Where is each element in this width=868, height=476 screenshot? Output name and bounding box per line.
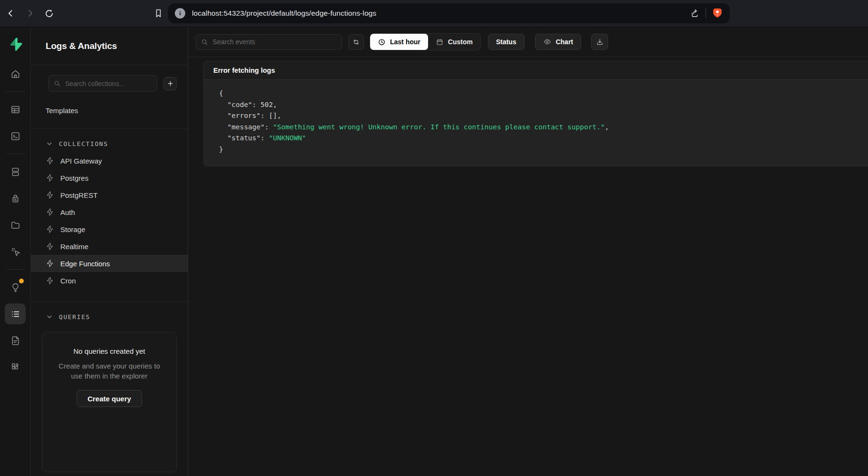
chart-toggle-button[interactable]: Chart <box>535 34 582 50</box>
advisors-lightbulb-icon <box>10 282 21 293</box>
browser-reload-button[interactable] <box>41 5 57 21</box>
storage-folder-icon <box>10 220 21 231</box>
status-filter-button[interactable]: Status <box>488 34 525 50</box>
events-search[interactable] <box>196 34 342 50</box>
zap-icon <box>46 259 54 268</box>
code-line: "message": "Something went wrong! Unknow… <box>219 122 868 133</box>
calendar-icon <box>436 38 444 46</box>
logs-list-icon <box>10 309 21 320</box>
address-bar[interactable]: i localhost:54323/project/default/logs/e… <box>168 3 730 23</box>
collection-item-cron[interactable]: Cron <box>31 272 188 289</box>
collections-search-input[interactable] <box>65 80 152 87</box>
toolbar-separator <box>706 8 706 19</box>
nav-integrations[interactable] <box>5 357 26 378</box>
collections-search-row <box>48 75 177 92</box>
bookmark-sidebar-button[interactable] <box>150 5 166 21</box>
refresh-button[interactable] <box>348 34 364 50</box>
navigation-rail <box>0 27 31 476</box>
code-line: { <box>219 88 868 99</box>
logs-sidebar-panel: Logs & Analytics Templates COLLECTIONS <box>31 27 188 476</box>
create-query-button[interactable]: Create query <box>76 390 142 407</box>
browser-toolbar: i localhost:54323/project/default/logs/e… <box>0 0 868 27</box>
reports-file-icon <box>10 335 21 346</box>
add-collection-button[interactable] <box>163 77 177 90</box>
home-icon <box>10 68 21 79</box>
nav-authentication[interactable] <box>5 188 26 209</box>
last-hour-label: Last hour <box>390 38 420 46</box>
code-line: } <box>219 144 868 155</box>
error-title: Error fetching logs <box>213 67 275 74</box>
collection-item-realtime[interactable]: Realtime <box>31 238 188 255</box>
browser-back-button[interactable] <box>3 5 19 21</box>
supabase-logo[interactable] <box>5 34 26 55</box>
zap-icon <box>46 191 54 199</box>
templates-label: Templates <box>46 107 78 115</box>
error-panel-header: Error fetching logs <box>204 61 868 80</box>
collection-item-api-gateway[interactable]: API Gateway <box>31 152 188 169</box>
rail-divider <box>6 154 25 154</box>
eye-icon <box>543 38 552 46</box>
nav-logs[interactable] <box>5 303 26 324</box>
custom-label: Custom <box>448 38 473 46</box>
status-label: Status <box>496 38 516 46</box>
error-json-block: { "code": 502, "errors": [], "message": … <box>204 80 868 166</box>
nav-realtime[interactable] <box>5 241 26 262</box>
nav-home[interactable] <box>5 63 26 84</box>
queries-empty-state: No queries created yet Create and save y… <box>42 332 177 472</box>
rail-divider <box>6 91 25 92</box>
share-icon[interactable] <box>689 8 700 19</box>
panel-header: Logs & Analytics <box>31 27 188 65</box>
download-button[interactable] <box>591 34 608 50</box>
forward-arrow-icon <box>25 9 35 18</box>
url-text[interactable]: localhost:54323/project/default/logs/edg… <box>192 9 689 18</box>
download-icon <box>596 38 604 46</box>
zap-icon <box>46 174 54 182</box>
templates-menu-item[interactable]: Templates <box>31 102 188 118</box>
bookmark-icon <box>154 8 163 19</box>
logs-toolbar: Last hour Custom Status Chart <box>188 27 868 57</box>
search-icon <box>54 79 61 87</box>
browser-forward-button[interactable] <box>22 5 38 21</box>
queries-section-toggle[interactable]: QUERIES <box>31 302 188 325</box>
database-icon <box>10 166 21 177</box>
nav-reports[interactable] <box>5 330 26 351</box>
collection-item-edge-functions[interactable]: Edge Functions <box>31 255 188 272</box>
time-range-group: Last hour Custom <box>370 33 481 50</box>
nav-advisors[interactable] <box>5 277 26 298</box>
rail-divider <box>6 269 25 270</box>
collection-item-postgres[interactable]: Postgres <box>31 169 188 186</box>
integrations-grid-icon <box>10 362 21 373</box>
collections-search[interactable] <box>48 75 157 92</box>
collection-item-postgrest[interactable]: PostgREST <box>31 186 188 204</box>
logs-content-area: Error fetching logs { "code": 502, "erro… <box>188 57 868 476</box>
table-editor-icon <box>10 104 21 115</box>
reload-icon <box>44 9 54 19</box>
collections-section-toggle[interactable]: COLLECTIONS <box>31 129 188 152</box>
queries-section-label: QUERIES <box>59 313 90 321</box>
zap-icon <box>46 225 54 233</box>
sql-editor-icon <box>10 131 21 142</box>
refresh-icon <box>352 38 360 46</box>
zap-icon <box>46 242 54 251</box>
site-info-icon[interactable]: i <box>175 8 185 19</box>
collections-list: API Gateway Postgres PostgREST Auth Stor… <box>31 152 188 289</box>
zap-icon <box>46 276 54 285</box>
nav-table-editor[interactable] <box>5 99 26 120</box>
chevron-down-icon <box>46 140 53 147</box>
page-title: Logs & Analytics <box>46 41 117 51</box>
collections-section-label: COLLECTIONS <box>59 140 108 147</box>
nav-database[interactable] <box>5 161 26 182</box>
clock-icon <box>378 38 386 46</box>
events-search-input[interactable] <box>213 38 337 46</box>
time-range-custom[interactable]: Custom <box>428 34 480 50</box>
plus-icon <box>167 80 174 87</box>
collection-item-auth[interactable]: Auth <box>31 204 188 221</box>
chevron-down-icon <box>46 313 53 321</box>
collection-item-storage[interactable]: Storage <box>31 221 188 238</box>
brave-shield-icon[interactable] <box>712 7 723 19</box>
nav-sql-editor[interactable] <box>5 126 26 146</box>
auth-lock-icon <box>10 193 21 204</box>
nav-storage[interactable] <box>5 214 26 235</box>
time-range-last-hour[interactable]: Last hour <box>370 34 428 50</box>
error-panel: Error fetching logs { "code": 502, "erro… <box>203 61 868 166</box>
